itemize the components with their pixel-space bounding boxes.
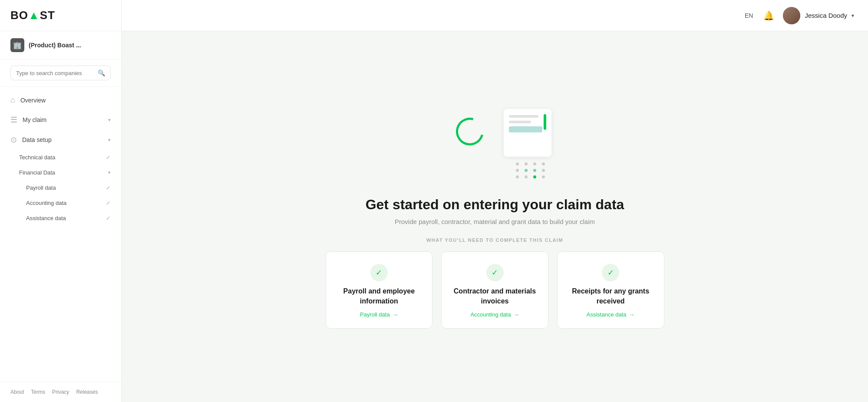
logo-triangle: ▲ [28, 9, 40, 22]
sidebar-item-technical-data[interactable]: Technical data ✓ [0, 150, 121, 165]
username-label: Jessica Doody [805, 12, 847, 19]
grid-dot [516, 169, 519, 172]
sidebar-item-payroll-data[interactable]: Payroll data ✓ [0, 180, 121, 195]
claim-icon: ☰ [10, 115, 17, 125]
accounting-arrow-icon: → [514, 311, 519, 318]
grid-dot-teal [533, 169, 536, 172]
footer-terms-link[interactable]: Terms [31, 389, 45, 395]
sidebar-item-data-setup[interactable]: ⊙ Data setup ▾ [0, 130, 121, 150]
company-name: (Product) Boast ... [29, 42, 81, 49]
main-content-area: Get started on entering your claim data … [122, 31, 868, 402]
doc-green-accent [544, 114, 546, 130]
sidebar-sub-label: Payroll data [26, 185, 101, 191]
doc-card [504, 109, 551, 157]
sidebar-item-overview[interactable]: ⌂ Overview [0, 90, 121, 110]
sidebar: BO▲ST 🏢 (Product) Boast ... 🔍 ⌂ Overview… [0, 0, 122, 402]
user-menu[interactable]: Jessica Doody ▾ [783, 7, 854, 24]
assistance-arrow-icon: → [629, 311, 635, 318]
company-selector[interactable]: 🏢 (Product) Boast ... [0, 31, 121, 59]
chevron-down-icon: ▾ [108, 117, 111, 123]
sidebar-item-financial-data[interactable]: Financial Data ▾ [0, 165, 121, 180]
assistance-link-label: Assistance data [587, 311, 627, 318]
chevron-down-icon: ▾ [108, 170, 111, 175]
page-title: Get started on entering your claim data [366, 197, 624, 213]
sidebar-sub-label: Financial Data [19, 169, 103, 176]
doc-accent-bar [509, 126, 542, 132]
footer-about-link[interactable]: About [10, 389, 24, 395]
grid-dot [516, 162, 519, 165]
footer-privacy-link[interactable]: Privacy [52, 389, 69, 395]
payroll-link-label: Payroll data [360, 311, 390, 318]
footer-releases-link[interactable]: Releases [76, 389, 98, 395]
language-selector[interactable]: EN [745, 12, 753, 19]
doc-line-2 [509, 121, 531, 123]
grid-dot-green [533, 175, 536, 178]
sidebar-item-label: My claim [23, 116, 103, 123]
contractor-card-title: Contractor and materials invoices [452, 287, 538, 306]
page-subtitle: Provide payroll, contractor, material an… [395, 218, 595, 225]
notifications-icon[interactable]: 🔔 [763, 10, 774, 21]
section-label: WHAT YOU'LL NEED TO COMPLETE THIS CLAIM [426, 237, 563, 243]
accounting-link-label: Accounting data [470, 311, 511, 318]
user-menu-chevron-icon: ▾ [851, 13, 854, 19]
check-icon: ✓ [106, 185, 111, 191]
sidebar-item-accounting-data[interactable]: Accounting data ✓ [0, 195, 121, 211]
data-cards-row: ✓ Payroll and employee information Payro… [326, 251, 664, 329]
grid-dot [542, 175, 545, 178]
sidebar-item-my-claim[interactable]: ☰ My claim ▾ [0, 110, 121, 130]
grid-dot [516, 175, 519, 178]
doc-line-1 [509, 115, 539, 118]
check-icon: ✓ [106, 215, 111, 221]
sidebar-item-label: Data setup [22, 136, 103, 143]
main-inner: Get started on entering your claim data … [300, 87, 690, 346]
header: EN 🔔 Jessica Doody ▾ [122, 0, 868, 31]
payroll-card-title: Payroll and employee information [337, 287, 422, 306]
logo-text: BO▲ST [10, 9, 55, 22]
dots-grid [516, 162, 547, 178]
grid-dot [542, 169, 545, 172]
grid-dot [525, 162, 528, 165]
sidebar-item-assistance-data[interactable]: Assistance data ✓ [0, 211, 121, 226]
avatar [783, 7, 800, 24]
logo: BO▲ST [0, 0, 121, 31]
contractor-card: ✓ Contractor and materials invoices Acco… [441, 251, 548, 329]
grants-check-icon: ✓ [602, 264, 619, 281]
assistance-data-link[interactable]: Assistance data → [587, 311, 635, 318]
sidebar-nav: ⌂ Overview ☰ My claim ▾ ⊙ Data setup ▾ T… [0, 87, 121, 382]
home-icon: ⌂ [10, 96, 15, 105]
payroll-arrow-icon: → [393, 311, 398, 318]
grid-dot [525, 175, 528, 178]
data-setup-icon: ⊙ [10, 135, 17, 145]
company-search-container: 🔍 [0, 59, 121, 87]
grants-card-title: Receipts for any grants received [568, 287, 653, 306]
grid-dot-teal [525, 169, 528, 172]
search-input[interactable] [16, 70, 94, 76]
sidebar-footer: About Terms Privacy Releases [0, 382, 121, 402]
chevron-down-icon: ▾ [108, 137, 111, 143]
grid-dot [533, 162, 536, 165]
check-icon: ✓ [106, 154, 111, 161]
sidebar-sub-label: Technical data [19, 154, 101, 161]
search-icon: 🔍 [98, 69, 105, 76]
payroll-data-link[interactable]: Payroll data → [360, 311, 398, 318]
payroll-card: ✓ Payroll and employee information Payro… [326, 251, 433, 329]
check-icon: ✓ [106, 200, 111, 206]
avatar-image [783, 7, 800, 24]
sidebar-sub-label: Assistance data [26, 215, 101, 221]
payroll-check-icon: ✓ [370, 264, 388, 281]
company-icon: 🏢 [10, 38, 24, 52]
grid-dot [542, 162, 545, 165]
circle-ring-icon [451, 112, 488, 150]
sidebar-item-label: Overview [20, 97, 111, 104]
contractor-check-icon: ✓ [486, 264, 504, 281]
grants-card: ✓ Receipts for any grants received Assis… [557, 251, 664, 329]
accounting-data-link[interactable]: Accounting data → [470, 311, 519, 318]
hero-illustration [434, 105, 556, 183]
search-wrap[interactable]: 🔍 [10, 66, 111, 80]
sidebar-sub-label: Accounting data [26, 200, 101, 206]
